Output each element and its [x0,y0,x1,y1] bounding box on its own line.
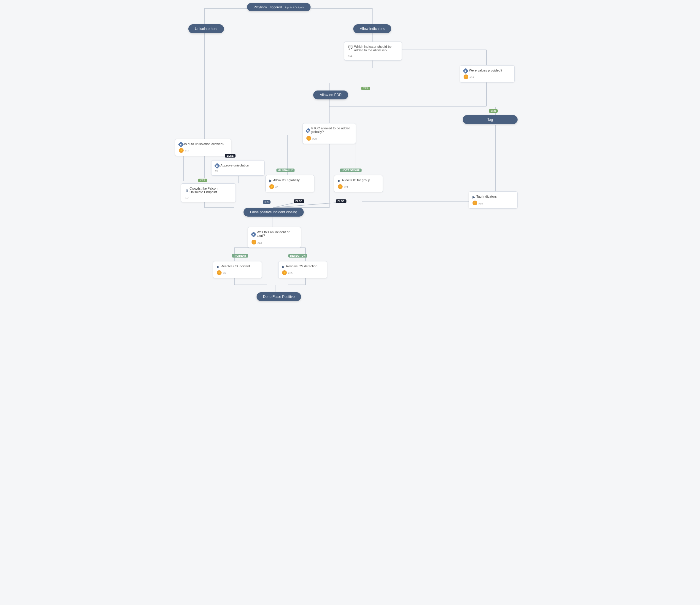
false-positive-pill: False positive Incident closing [244,208,304,217]
resolve-cs-incident-title: Resolve CS incident [221,264,250,268]
tag-indicators-num: #15 [478,202,483,205]
resolve-cs-detection-card[interactable]: ▶ Resolve CS detection ⚡ #10 [278,261,327,278]
allow-indicators-node[interactable]: Allow indicators [344,24,400,33]
diamond-icon2: ◆ [305,128,311,133]
chat-icon: 💬 [348,45,353,50]
false-positive-label: False positive Incident closing [250,210,297,214]
bolt-icon8: ⚡ [217,270,222,275]
tag-indicators-card[interactable]: ▶ Tag Indicators ⚡ #15 [469,191,518,209]
resolve-cs-incident-num: #9 [223,272,226,275]
trigger-node[interactable]: Playbook Triggered Inputs / Outputs [240,3,317,11]
were-values-num: #24 [470,76,474,79]
which-indicator-num: #11 [348,54,398,57]
globally-badge: GLOBALLY [276,169,295,172]
diamond-icon3: ◆ [178,142,184,147]
yes-badge-1: YES [361,87,370,90]
unisolate-host-label: Unisolate host [195,27,218,31]
svg-line-26 [273,202,340,208]
done-false-positive-node[interactable]: Done False Positive [246,292,311,301]
approve-unisolation-card[interactable]: ◆ Approve unisolation #2 [211,160,265,176]
which-indicator-title: Which indicator should be added to the a… [354,45,398,52]
allow-on-edr-node[interactable]: Allow on EDR [303,91,359,99]
arrow-icon5: ▶ [282,265,285,269]
were-values-title: Were values provided? [469,69,502,72]
detection-badge: DETECTION [288,254,307,258]
tag-node[interactable]: Tag [463,115,518,124]
trigger-pill: Playbook Triggered Inputs / Outputs [247,3,310,11]
which-indicator-card[interactable]: 💬 Which indicator should be added to the… [344,42,402,60]
tag-pill: Tag [463,115,518,124]
bolt-icon9: ⚡ [282,270,287,275]
pc-icon: 🖥 [185,189,189,193]
tag-label: Tag [487,118,493,122]
tag-indicators-title: Tag Indicators [476,195,497,198]
allow-ioc-globally-title: Allow IOC globally [273,178,300,182]
allow-on-edr-pill: Allow on EDR [313,91,348,99]
else-badge-1: ELSE [225,154,235,158]
allow-indicators-label: Allow indicators [360,27,384,31]
unisolate-host-node[interactable]: Unisolate host [178,24,234,33]
trigger-label: Playbook Triggered [254,5,282,9]
diamond-icon: ◆ [463,68,469,74]
host-group-badge: HOST GROUP [340,169,361,172]
approve-unisolation-num: #2 [215,169,261,172]
bolt-icon3: ⚡ [269,184,274,189]
arrow-icon4: ▶ [217,265,220,269]
resolve-cs-detection-title: Resolve CS detection [286,264,317,268]
bolt-icon7: ⚡ [252,240,256,244]
diamond-icon5: ◆ [251,232,256,237]
bolt-icon2: ⚡ [306,136,311,141]
done-false-positive-label: Done False Positive [263,295,295,299]
workflow-canvas: Playbook Triggered Inputs / Outputs Unis… [175,0,525,302]
done-false-positive-pill: Done False Positive [256,292,301,301]
allow-on-edr-label: Allow on EDR [320,93,342,97]
allow-ioc-group-card[interactable]: ▶ Allow IOC for group ⚡ #21 [334,175,383,192]
arrow-icon: ▶ [269,178,272,183]
incident-badge: INCIDENT [232,254,248,258]
resolve-cs-detection-num: #10 [288,272,293,275]
arrow-icon3: ▶ [473,195,475,199]
allow-indicators-pill: Allow indicators [353,24,391,33]
is-ioc-global-num: #20 [312,137,317,140]
allow-ioc-group-num: #21 [344,186,348,189]
diamond-icon4: ◆ [214,163,220,169]
allow-ioc-globally-card[interactable]: ▶ Allow IOC globally ⚡ #8 [266,175,315,192]
yes-badge-2: YES [489,109,498,113]
no-badge: NO [263,200,271,204]
bolt-icon5: ⚡ [179,148,183,153]
crowdstrike-card[interactable]: 🖥 Crowdstrike Falcon - Unisolate Endpoin… [181,184,236,202]
approve-unisolation-title: Approve unisolation [220,164,249,167]
arrow-icon2: ▶ [338,178,341,183]
svg-line-25 [273,202,297,208]
trigger-sub: Inputs / Outputs [285,6,304,9]
was-incident-title: Was this an incident or alert? [257,230,297,237]
bolt-icon4: ⚡ [338,184,343,189]
is-ioc-global-title: Is IOC allowed to be added globally? [311,126,352,134]
is-ioc-global-card[interactable]: ◆ Is IOC allowed to be added globally? ⚡… [303,123,356,144]
was-incident-num: #12 [257,241,262,244]
crowdstrike-title: Crowdstrike Falcon - Unisolate Endpoint [190,187,232,194]
bolt-icon: ⚡ [464,74,468,79]
yes-badge-3: YES [198,178,207,182]
allow-ioc-group-title: Allow IOC for group [342,178,370,182]
unisolate-host-pill: Unisolate host [189,24,224,33]
is-auto-unisolation-num: #13 [185,149,189,152]
allow-ioc-globally-num: #8 [275,186,278,189]
was-incident-card[interactable]: ◆ Was this an incident or alert? ⚡ #12 [248,227,301,248]
were-values-card[interactable]: ◆ Were values provided? ⚡ #24 [460,65,515,82]
else-badge-3: ELSE [336,199,346,203]
false-positive-node[interactable]: False positive Incident closing [231,208,316,217]
else-badge-2: ELSE [294,199,304,203]
is-auto-unisolation-card[interactable]: ◆ Is auto unisolation allowed? ⚡ #13 [175,139,231,156]
is-auto-unisolation-title: Is auto unisolation allowed? [184,142,224,146]
crowdstrike-num: #14 [185,196,232,199]
resolve-cs-incident-card[interactable]: ▶ Resolve CS incident ⚡ #9 [213,261,262,278]
bolt-icon6: ⚡ [473,200,477,205]
